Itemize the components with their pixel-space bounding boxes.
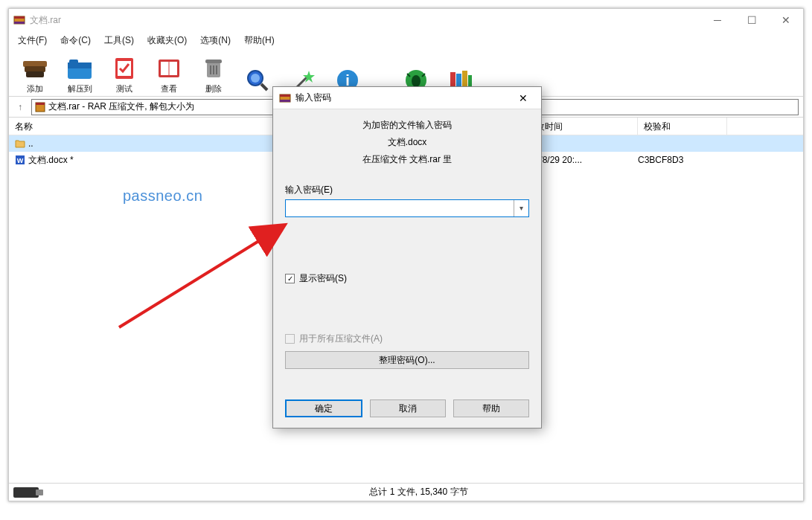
winrar-icon [279, 92, 291, 104]
tool-delete[interactable]: 删除 [192, 51, 235, 94]
menu-file[interactable]: 文件(F) [13, 34, 51, 47]
tool-view-label: 查看 [161, 83, 177, 94]
svg-rect-5 [26, 71, 44, 77]
password-input[interactable] [286, 203, 514, 214]
trash-icon [200, 55, 227, 80]
password-dialog: 输入密码 ✕ 为加密的文件输入密码 文档.docx 在压缩文件 文档.rar 里… [272, 86, 542, 428]
magnifier-icon [245, 68, 272, 93]
dialog-title: 输入密码 [295, 92, 331, 104]
password-label: 输入密码(E) [285, 184, 333, 195]
file-name-cell: 文档.docx * [28, 154, 74, 167]
tool-add-label: 添加 [27, 83, 43, 94]
file-checksum-cell: C3BCF8D3 [638, 155, 727, 165]
col-date[interactable]: 改时间 [530, 118, 638, 135]
word-doc-icon: W [15, 155, 25, 165]
svg-rect-3 [23, 61, 47, 67]
help-button[interactable]: 帮助 [453, 399, 529, 417]
use-all-checkbox: 用于所有压缩文件(A) [285, 333, 529, 345]
password-dropdown-icon[interactable]: ▾ [514, 200, 528, 216]
dialog-message-1: 为加密的文件输入密码 [285, 118, 529, 132]
menu-favorites[interactable]: 收藏夹(O) [143, 34, 191, 47]
file-date-cell: 23/8/29 20:... [530, 155, 638, 165]
dialog-message-3: 在压缩文件 文档.rar 里 [285, 153, 529, 167]
close-button[interactable]: ✕ [769, 9, 803, 31]
winrar-icon [13, 14, 25, 26]
titlebar: 文档.rar ─ ☐ ✕ [9, 9, 803, 31]
menu-help[interactable]: 帮助(H) [240, 34, 279, 47]
show-password-label: 显示密码(S) [299, 272, 347, 285]
checkbox-icon-disabled [285, 334, 295, 344]
folder-open-icon [66, 55, 93, 80]
tool-extract-label: 解压到 [68, 83, 92, 94]
svg-rect-1 [14, 16, 25, 19]
menu-bar: 文件(F) 命令(C) 工具(S) 收藏夹(O) 选项(N) 帮助(H) [9, 31, 803, 49]
cancel-button[interactable]: 取消 [370, 399, 446, 417]
rar-file-icon [35, 102, 45, 112]
watermark-text: passneo.cn [123, 187, 202, 205]
svg-point-27 [412, 75, 421, 87]
ok-button[interactable]: 确定 [285, 399, 362, 417]
svg-rect-15 [205, 60, 222, 63]
use-all-label: 用于所有压缩文件(A) [299, 333, 383, 345]
window-title: 文档.rar [30, 14, 700, 27]
svg-rect-8 [69, 60, 78, 64]
minimize-button[interactable]: ─ [700, 9, 735, 31]
password-input-wrap: ▾ [285, 199, 529, 217]
book-open-icon [156, 55, 182, 80]
svg-rect-40 [280, 100, 290, 102]
svg-rect-2 [14, 22, 25, 24]
clipboard-check-icon [111, 55, 138, 80]
menu-command[interactable]: 命令(C) [56, 34, 95, 47]
dialog-close-button[interactable]: ✕ [511, 88, 535, 109]
organize-passwords-button[interactable]: 整理密码(O)... [285, 351, 529, 369]
svg-rect-4 [25, 66, 45, 72]
svg-text:W: W [17, 157, 24, 164]
tool-extract[interactable]: 解压到 [58, 51, 101, 94]
maximize-button[interactable]: ☐ [735, 9, 769, 31]
col-checksum[interactable]: 校验和 [638, 118, 727, 135]
address-text: 文档.rar - RAR 压缩文件, 解包大小为 [48, 100, 194, 113]
svg-rect-35 [36, 103, 45, 105]
lock-progress-icon [13, 487, 39, 498]
menu-options[interactable]: 选项(N) [196, 34, 235, 47]
up-button[interactable]: ↑ [13, 100, 27, 114]
tool-delete-label: 删除 [205, 83, 222, 94]
show-password-checkbox[interactable]: ✓ 显示密码(S) [285, 272, 529, 285]
status-text: 总计 1 文件, 15,340 字节 [39, 486, 799, 498]
svg-point-20 [251, 74, 260, 83]
parent-folder-label: .. [28, 138, 33, 149]
books-stack-icon [22, 55, 48, 80]
dialog-message-2: 文档.docx [285, 135, 529, 150]
menu-tools[interactable]: 工具(S) [100, 34, 138, 47]
tool-add[interactable]: 添加 [13, 51, 57, 94]
status-bar: 总计 1 文件, 15,340 字节 [9, 483, 803, 501]
tool-test-label: 测试 [116, 83, 132, 94]
folder-icon [15, 138, 25, 149]
tool-view[interactable]: 查看 [147, 51, 191, 94]
dialog-titlebar: 输入密码 ✕ [273, 87, 541, 109]
svg-rect-39 [280, 94, 290, 97]
checkbox-icon: ✓ [285, 274, 295, 283]
tool-test[interactable]: 测试 [103, 51, 146, 94]
svg-line-21 [261, 84, 267, 90]
